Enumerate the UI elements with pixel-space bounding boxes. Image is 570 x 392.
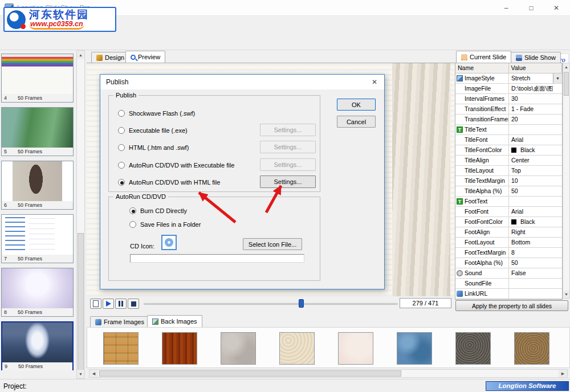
stop-button[interactable] [128, 299, 139, 309]
property-value[interactable]: Arial ▼ [509, 135, 562, 145]
property-row[interactable]: TitleAlpha (%) 50 ▼ [455, 186, 562, 197]
property-value[interactable]: D:\tools\桌面\图 ▼ [509, 84, 562, 93]
property-row[interactable]: FootAlpha (%) 50 ▼ [455, 258, 562, 268]
texture-thumbnail[interactable] [162, 332, 197, 365]
property-value[interactable]: ▼ [509, 279, 562, 288]
property-value[interactable]: Center ▼ [509, 156, 562, 165]
texture-thumbnail[interactable] [455, 332, 491, 365]
property-value[interactable]: Right ▼ [509, 227, 562, 237]
texture-thumbnail[interactable] [397, 332, 432, 365]
slider-thumb[interactable] [299, 299, 304, 308]
pause-button[interactable] [115, 299, 127, 309]
property-value[interactable]: 50 ▼ [509, 258, 562, 268]
property-value[interactable]: Top ▼ [509, 166, 562, 175]
property-row[interactable]: Sound False ▼ [455, 268, 562, 279]
property-row[interactable]: TitleLayout Top ▼ [455, 166, 562, 176]
property-row[interactable]: FootTextMargin 8 ▼ [455, 248, 562, 258]
horizontal-scrollbar[interactable]: ◀ ▶ [89, 369, 568, 378]
ok-button[interactable]: OK [337, 99, 376, 111]
radio-button[interactable] [129, 207, 136, 214]
play-button[interactable] [103, 299, 114, 309]
cancel-button[interactable]: Cancel [337, 116, 376, 128]
scroll-right-icon[interactable]: ▶ [559, 370, 567, 377]
property-value[interactable]: Bottom ▼ [509, 238, 562, 247]
texture-thumbnail[interactable] [103, 332, 139, 365]
dropdown-icon[interactable]: ▼ [553, 74, 562, 83]
property-value[interactable]: ▼ [509, 289, 562, 299]
property-row[interactable]: TitleText ▼ [455, 125, 562, 135]
property-row[interactable]: FootFontColor Black ▼ [455, 217, 562, 227]
property-row[interactable]: FootFont Arial ▼ [455, 207, 562, 217]
slide-thumbnail[interactable]: 7 50 Frames [1, 214, 74, 263]
settings-button[interactable]: Settings... [260, 175, 316, 188]
property-value[interactable]: 20 ▼ [509, 115, 562, 124]
scrollbar-thumb[interactable] [564, 72, 569, 96]
icon-path-input[interactable] [130, 254, 304, 263]
property-row[interactable]: TransitionFrames 20 ▼ [455, 115, 562, 125]
property-value[interactable]: ▼ [509, 197, 562, 206]
property-row[interactable]: FootAlign Right ▼ [455, 227, 562, 238]
property-value[interactable]: 1 - Fade ▼ [509, 104, 562, 114]
scroll-left-icon[interactable]: ◀ [89, 370, 98, 377]
window-close-button[interactable]: ✕ [544, 0, 569, 16]
property-row[interactable]: TransitionEffect 1 - Fade ▼ [455, 104, 562, 115]
texture-thumbnail[interactable] [221, 332, 256, 365]
radio-button[interactable] [118, 179, 125, 186]
tab-design[interactable]: Design [91, 52, 129, 63]
sidebar-scrollbar[interactable]: ▲ ▼ [76, 50, 85, 379]
property-row[interactable]: TitleTextMargin 10 ▼ [455, 176, 562, 186]
property-row[interactable]: TitleFont Arial ▼ [455, 135, 562, 145]
property-value[interactable]: Black ▼ [509, 145, 562, 155]
property-value[interactable]: False ▼ [509, 268, 562, 278]
column-header-value[interactable]: Value [509, 63, 563, 73]
dialog-close-icon[interactable]: ✕ [365, 75, 384, 89]
tab-slide-show[interactable]: Slide Show [511, 52, 561, 63]
tab-back-images[interactable]: Back Images [147, 315, 202, 327]
settings-button[interactable]: Settings... [260, 124, 316, 136]
property-row[interactable]: FootLayout Bottom ▼ [455, 238, 562, 248]
property-value[interactable]: 8 ▼ [509, 248, 562, 258]
slide-thumbnail[interactable]: 5 50 Frames [1, 107, 74, 156]
property-row[interactable]: TitleAlign Center ▼ [455, 156, 562, 166]
radio-button[interactable] [118, 110, 125, 117]
texture-thumbnail[interactable] [514, 332, 549, 365]
tab-preview[interactable]: Preview [125, 51, 165, 63]
tab-frame-images[interactable]: Frame Images [90, 316, 149, 327]
apply-all-button[interactable]: Apply the property to all slides [455, 300, 568, 311]
scroll-up-icon[interactable]: ▲ [77, 51, 84, 59]
property-value[interactable]: Stretch ▼ [509, 74, 562, 83]
slide-thumbnail[interactable]: 6 50 Frames [1, 161, 74, 210]
dialog-title-bar[interactable]: Publish ✕ [100, 75, 384, 89]
radio-button[interactable] [129, 221, 136, 228]
property-value[interactable]: 50 ▼ [509, 186, 562, 196]
radio-button[interactable] [118, 162, 125, 169]
property-value[interactable]: Arial ▼ [509, 207, 562, 217]
property-row[interactable]: ImageStyle Stretch ▼ [455, 74, 562, 84]
slide-thumbnail[interactable]: 9 50 Frames [1, 321, 74, 370]
property-value[interactable]: ▼ [509, 125, 562, 134]
properties-scrollbar[interactable]: ▲ ▼ [563, 63, 570, 299]
scroll-up-icon[interactable]: ▲ [563, 63, 569, 71]
settings-button[interactable]: Settings... [260, 141, 316, 153]
property-value[interactable]: 30 ▼ [509, 94, 562, 104]
property-row[interactable]: SoundFile ▼ [455, 279, 562, 289]
property-value[interactable]: Black ▼ [509, 217, 562, 227]
scrollbar-thumb[interactable] [78, 233, 84, 375]
settings-button[interactable]: Settings... [260, 158, 316, 171]
new-frame-button[interactable] [90, 299, 101, 309]
property-row[interactable]: FootText ▼ [455, 197, 562, 207]
tab-current-slide[interactable]: Current Slide [456, 51, 511, 63]
select-icon-file-button[interactable]: Select Icon File... [243, 238, 302, 250]
radio-button[interactable] [118, 127, 125, 134]
property-row[interactable]: IntervalFrames 30 ▼ [455, 94, 562, 104]
scroll-down-icon[interactable]: ▼ [563, 291, 569, 298]
column-header-name[interactable]: Name [455, 63, 509, 73]
radio-button[interactable] [118, 144, 125, 151]
maximize-button[interactable]: □ [519, 0, 544, 16]
texture-thumbnail[interactable] [338, 332, 373, 365]
property-row[interactable]: LinkURL ▼ [455, 289, 562, 299]
property-row[interactable]: TitleFontColor Black ▼ [455, 145, 562, 156]
texture-thumbnail[interactable] [279, 332, 315, 365]
slide-thumbnail[interactable]: 8 50 Frames [1, 268, 74, 317]
scrollbar-thumb[interactable] [99, 370, 401, 377]
